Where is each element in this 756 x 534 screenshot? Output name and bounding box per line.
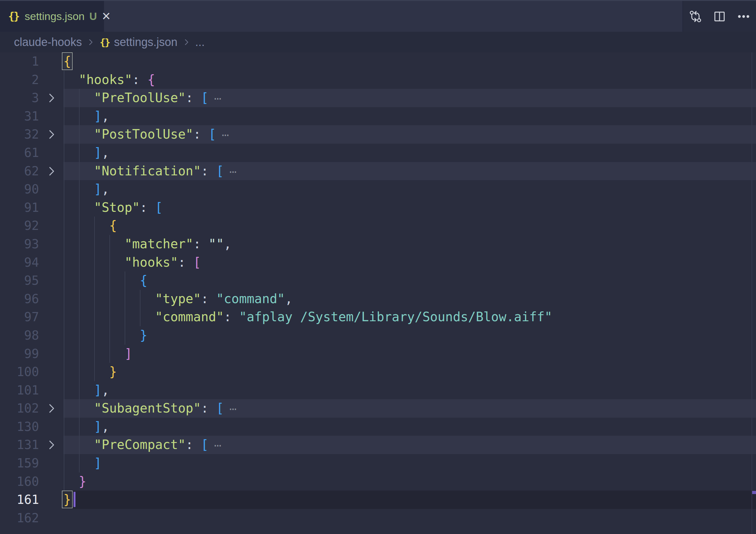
code-line-content[interactable]: "Stop": [ — [64, 199, 756, 217]
fold-chevron-icon[interactable] — [46, 128, 58, 141]
gutter: 90 — [0, 180, 64, 199]
indent-guide — [64, 399, 65, 418]
folded-code-ellipsis[interactable]: ··· — [212, 440, 223, 451]
code-line-32: 32 "PostToolUse": [··· — [0, 125, 756, 144]
code-line-content[interactable]: "PostToolUse": [··· — [64, 125, 756, 144]
line-number: 90 — [24, 180, 39, 199]
code-token: [ — [216, 401, 224, 415]
indent-guide — [64, 472, 65, 491]
tab-settings-json[interactable]: {} settings.json U × — [0, 1, 104, 32]
json-file-icon: {} — [99, 37, 109, 48]
indent-guide — [79, 308, 80, 326]
code-token: } — [140, 328, 148, 342]
line-number: 162 — [17, 509, 39, 527]
breadcrumb-folder[interactable]: claude-hooks — [14, 36, 82, 49]
more-actions-icon[interactable] — [736, 9, 751, 24]
code-line-131: 131 "PreCompact": [··· — [0, 436, 756, 454]
code-line-91: 91 "Stop": [ — [0, 199, 756, 217]
fold-chevron-icon[interactable] — [46, 92, 58, 104]
vscode-editor-window: {} settings.json U × — [0, 0, 756, 534]
gutter: 2 — [0, 71, 64, 89]
code-line-content[interactable]: } — [64, 363, 756, 381]
indent-guide — [64, 271, 65, 290]
code-line-content[interactable]: "PreToolUse": [··· — [64, 89, 756, 107]
indent-guide — [79, 254, 80, 272]
json-file-icon: {} — [8, 10, 19, 22]
folded-code-ellipsis[interactable]: ··· — [228, 166, 238, 177]
code-line-content[interactable]: ], — [64, 381, 756, 400]
indent-guide — [64, 71, 65, 89]
code-line-160: 160 } — [0, 472, 756, 491]
folded-code-ellipsis[interactable]: ··· — [220, 129, 231, 141]
split-editor-icon[interactable] — [712, 9, 727, 24]
indent-guide — [124, 271, 125, 290]
indent-guide — [79, 89, 80, 107]
overview-ruler[interactable] — [752, 52, 752, 534]
code-line-101: 101 ], — [0, 381, 756, 400]
code-token: [ — [193, 255, 201, 270]
code-line-content[interactable]: "type": "command", — [64, 290, 756, 308]
code-line-content[interactable]: } — [64, 326, 756, 345]
overview-ruler-cursor-mark — [752, 491, 756, 494]
gutter: 93 — [0, 235, 64, 254]
code-line-content[interactable]: ], — [64, 418, 756, 436]
code-line-content[interactable]: "matcher": "", — [64, 235, 756, 254]
code-line-content[interactable]: ], — [64, 144, 756, 162]
code-token: "SubagentStop" — [94, 401, 201, 415]
open-changes-icon[interactable] — [688, 9, 703, 24]
indent-guide — [64, 363, 65, 381]
breadcrumb-symbol-more[interactable]: ... — [195, 36, 205, 49]
code-token: [ — [216, 164, 224, 178]
line-number: 161 — [17, 491, 39, 509]
code-token: : — [178, 255, 193, 270]
code-line-3: 3 "PreToolUse": [··· — [0, 89, 756, 107]
code-line-content[interactable]: "SubagentStop": [··· — [64, 399, 756, 418]
code-line-content[interactable]: ] — [64, 454, 756, 472]
gutter: 31 — [0, 107, 64, 125]
indent-guide — [64, 235, 65, 254]
folded-code-ellipsis[interactable]: ··· — [212, 93, 223, 104]
folded-code-ellipsis[interactable]: ··· — [228, 403, 238, 415]
code-token: : — [201, 401, 216, 415]
code-token — [64, 328, 140, 342]
code-line-content[interactable]: ], — [64, 107, 756, 125]
code-line-content[interactable]: "hooks": { — [64, 71, 756, 89]
fold-chevron-icon[interactable] — [46, 402, 58, 414]
indent-guide — [79, 180, 80, 199]
code-line-content[interactable]: { — [64, 52, 756, 71]
fold-chevron-icon[interactable] — [46, 165, 58, 177]
code-line-content[interactable]: "command": "afplay /System/Library/Sound… — [64, 308, 756, 326]
code-line-content[interactable]: } — [64, 472, 756, 491]
code-editor[interactable]: 1{2 "hooks": {3 "PreToolUse": [···31 ],3… — [0, 52, 756, 534]
code-token: : — [193, 127, 208, 142]
indent-guide — [79, 436, 80, 454]
code-line-content[interactable]: { — [64, 271, 756, 290]
code-line-content[interactable]: "PreCompact": [··· — [64, 436, 756, 454]
code-line-96: 96 "type": "command", — [0, 290, 756, 308]
indent-guide — [64, 162, 65, 180]
line-number: 131 — [17, 436, 39, 454]
chevron-right-icon — [182, 38, 191, 47]
code-line-content[interactable]: ] — [64, 345, 756, 363]
indent-guide — [94, 345, 95, 363]
code-token: , — [101, 109, 109, 123]
code-token: { — [109, 218, 117, 233]
fold-chevron-icon[interactable] — [46, 439, 58, 451]
code-token: ] — [94, 419, 101, 434]
gutter: 99 — [0, 345, 64, 363]
code-line-content[interactable]: { — [64, 217, 756, 235]
line-number: 2 — [32, 71, 39, 89]
gutter: 130 — [0, 418, 64, 436]
gutter: 32 — [0, 125, 64, 144]
indent-guide — [79, 271, 80, 290]
code-line-content[interactable]: ], — [64, 180, 756, 199]
indent-guide — [94, 271, 95, 290]
code-line-content[interactable]: } — [64, 491, 756, 509]
line-number: 93 — [24, 235, 39, 254]
indent-guide — [140, 308, 141, 326]
code-line-content[interactable] — [64, 509, 756, 527]
code-line-content[interactable]: "hooks": [ — [64, 254, 756, 272]
code-token: [ — [209, 127, 216, 142]
code-line-content[interactable]: "Notification": [··· — [64, 162, 756, 180]
breadcrumb-file[interactable]: settings.json — [114, 36, 177, 49]
